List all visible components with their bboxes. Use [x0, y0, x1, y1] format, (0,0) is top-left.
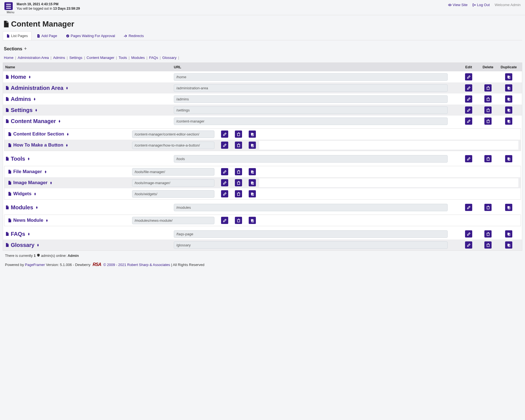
breadcrumb-link[interactable]: Administration Area [18, 56, 49, 60]
sort-icon[interactable]: ▲▼ [37, 244, 40, 246]
url-input[interactable] [132, 168, 214, 176]
breadcrumb-link[interactable]: Glossary [162, 56, 176, 60]
edit-button[interactable] [465, 73, 472, 80]
url-input[interactable] [174, 106, 448, 114]
duplicate-button[interactable] [505, 73, 512, 80]
breadcrumb-link[interactable]: Home [4, 56, 14, 60]
duplicate-button[interactable] [249, 190, 256, 197]
url-input[interactable] [132, 142, 214, 149]
tab-add-page[interactable]: Add Page [33, 31, 61, 40]
url-input[interactable] [132, 190, 214, 198]
edit-button[interactable] [465, 204, 472, 211]
page-name-link[interactable]: Tools ▲▼ [5, 156, 174, 162]
breadcrumb-link[interactable]: Tools [119, 56, 127, 60]
sort-icon[interactable]: ▲▼ [65, 144, 68, 147]
page-name-link[interactable]: News Module ▲▼ [8, 218, 132, 223]
sort-icon[interactable]: ▲▼ [27, 157, 30, 160]
tab-redirects[interactable]: Redirects [120, 31, 147, 40]
sort-icon[interactable]: ▲▼ [50, 181, 53, 184]
duplicate-button[interactable] [249, 168, 256, 175]
page-name-link[interactable]: Home ▲▼ [5, 74, 174, 80]
edit-button[interactable] [221, 179, 228, 186]
duplicate-button[interactable] [505, 230, 512, 238]
tab-pages-waiting-for-approval[interactable]: Pages Waiting For Approval [62, 31, 119, 40]
pageframer-link[interactable]: PageFramer [25, 263, 45, 267]
duplicate-button[interactable] [249, 217, 256, 224]
page-name-link[interactable]: Widgets ▲▼ [8, 191, 132, 197]
edit-button[interactable] [221, 217, 228, 224]
edit-button[interactable] [465, 230, 472, 238]
url-input[interactable] [174, 73, 448, 81]
duplicate-button[interactable] [505, 106, 512, 114]
url-input[interactable] [174, 118, 448, 125]
edit-button[interactable] [221, 142, 228, 149]
url-input[interactable] [174, 204, 448, 211]
page-name-link[interactable]: How To Make a Button ▲▼ [8, 142, 132, 148]
url-input[interactable] [174, 230, 448, 238]
delete-button[interactable] [484, 155, 492, 162]
page-name-link[interactable]: Settings ▲▼ [5, 107, 174, 113]
delete-button[interactable] [235, 217, 242, 224]
breadcrumb-link[interactable]: Modules [131, 56, 145, 60]
edit-button[interactable] [465, 118, 472, 125]
edit-button[interactable] [221, 168, 228, 175]
breadcrumb-link[interactable]: FAQs [149, 56, 158, 60]
url-input[interactable] [132, 217, 214, 224]
duplicate-button[interactable] [505, 95, 512, 103]
duplicate-button[interactable] [249, 142, 256, 149]
copyright-link[interactable]: © 2009 - 2021 Robert Sharp & Associates [103, 263, 170, 267]
delete-button[interactable] [235, 142, 242, 149]
sort-icon[interactable]: ▲▼ [34, 192, 36, 195]
edit-button[interactable] [465, 84, 472, 92]
sort-icon[interactable]: ▲▼ [35, 109, 38, 111]
page-name-link[interactable]: Admins ▲▼ [5, 96, 174, 102]
delete-button[interactable] [484, 230, 492, 238]
duplicate-button[interactable] [505, 155, 512, 162]
tab-list-pages[interactable]: List Pages [3, 31, 32, 40]
delete-button[interactable] [484, 95, 492, 103]
page-name-link[interactable]: Administration Area ▲▼ [5, 85, 174, 91]
delete-button[interactable] [484, 118, 492, 125]
page-name-link[interactable]: Modules ▲▼ [5, 204, 174, 211]
sort-icon[interactable]: ▲▼ [66, 133, 69, 135]
edit-button[interactable] [465, 155, 472, 162]
delete-button[interactable] [235, 190, 242, 197]
duplicate-button[interactable] [505, 84, 512, 92]
duplicate-button[interactable] [249, 131, 256, 138]
page-name-link[interactable]: Content Manager ▲▼ [5, 118, 174, 124]
duplicate-button[interactable] [505, 118, 512, 125]
page-name-link[interactable]: FAQs ▲▼ [5, 231, 174, 237]
menu-button[interactable] [4, 2, 13, 10]
url-input[interactable] [174, 241, 448, 249]
add-section-button[interactable]: + [24, 46, 27, 52]
breadcrumb-link[interactable]: Content Manager [86, 56, 114, 60]
duplicate-button[interactable] [505, 204, 512, 211]
delete-button[interactable] [235, 131, 242, 138]
sort-icon[interactable]: ▲▼ [35, 206, 38, 209]
sort-icon[interactable]: ▲▼ [46, 219, 48, 222]
page-name-link[interactable]: Glossary ▲▼ [5, 242, 174, 248]
sort-icon[interactable]: ▲▼ [27, 233, 30, 235]
duplicate-button[interactable] [505, 241, 512, 249]
edit-button[interactable] [465, 106, 472, 114]
delete-button[interactable] [484, 204, 492, 211]
breadcrumb-link[interactable]: Admins [53, 56, 65, 60]
delete-button[interactable] [484, 106, 492, 114]
page-name-link[interactable]: Content Editor Section ▲▼ [8, 131, 132, 137]
duplicate-button[interactable] [249, 179, 256, 186]
breadcrumb-link[interactable]: Settings [69, 56, 82, 60]
sort-icon[interactable]: ▲▼ [58, 120, 61, 122]
page-name-link[interactable]: Image Manager ▲▼ [8, 180, 132, 186]
sort-icon[interactable]: ▲▼ [33, 98, 36, 100]
delete-button[interactable] [235, 168, 242, 175]
url-input[interactable] [132, 179, 214, 187]
url-input[interactable] [174, 84, 448, 92]
edit-button[interactable] [465, 241, 472, 249]
sort-icon[interactable]: ▲▼ [28, 75, 31, 78]
url-input[interactable] [132, 131, 214, 138]
delete-button[interactable] [484, 84, 492, 92]
logout-link[interactable]: Log Out [473, 3, 490, 7]
sort-icon[interactable]: ▲▼ [44, 170, 47, 173]
delete-button[interactable] [484, 241, 492, 249]
edit-button[interactable] [465, 95, 472, 103]
